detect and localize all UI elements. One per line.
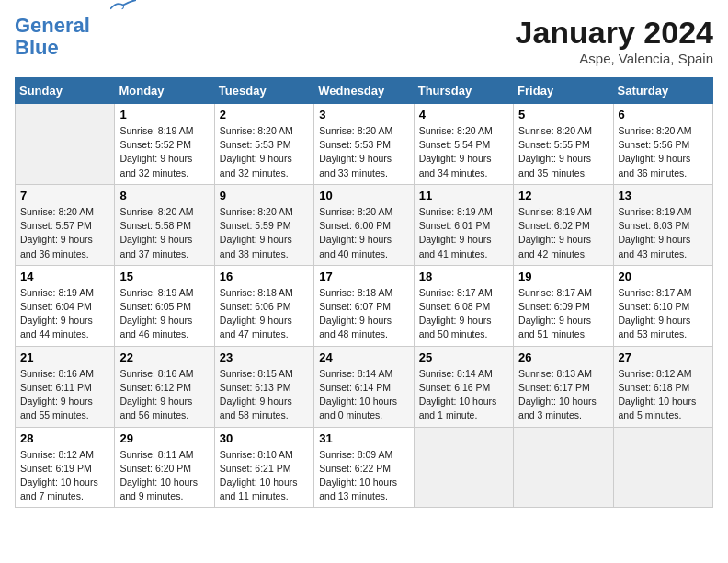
calendar-cell xyxy=(613,427,712,508)
calendar-cell: 10Sunrise: 8:20 AMSunset: 6:00 PMDayligh… xyxy=(314,184,414,265)
calendar-cell: 11Sunrise: 8:19 AMSunset: 6:01 PMDayligh… xyxy=(414,184,513,265)
day-number: 1 xyxy=(119,108,209,121)
day-detail: Sunrise: 8:20 AMSunset: 5:57 PMDaylight:… xyxy=(20,205,109,261)
day-detail: Sunrise: 8:20 AMSunset: 5:56 PMDaylight:… xyxy=(619,124,708,180)
calendar-cell: 19Sunrise: 8:17 AMSunset: 6:09 PMDayligh… xyxy=(514,265,613,346)
day-detail: Sunrise: 8:11 AMSunset: 6:20 PMDaylight:… xyxy=(119,448,209,504)
day-detail: Sunrise: 8:19 AMSunset: 6:05 PMDaylight:… xyxy=(119,286,209,342)
calendar-week-4: 21Sunrise: 8:16 AMSunset: 6:11 PMDayligh… xyxy=(16,346,713,427)
day-detail: Sunrise: 8:20 AMSunset: 5:53 PMDaylight:… xyxy=(220,124,309,180)
weekday-header-friday: Friday xyxy=(514,78,613,104)
month-year-title: January 2024 xyxy=(516,15,714,51)
calendar-cell: 12Sunrise: 8:19 AMSunset: 6:02 PMDayligh… xyxy=(514,184,613,265)
calendar-cell: 30Sunrise: 8:10 AMSunset: 6:21 PMDayligh… xyxy=(214,427,313,508)
calendar-body: 1Sunrise: 8:19 AMSunset: 5:52 PMDaylight… xyxy=(16,104,713,508)
day-number: 24 xyxy=(319,350,408,364)
day-number: 9 xyxy=(220,189,309,202)
day-number: 13 xyxy=(619,189,708,202)
calendar-cell: 27Sunrise: 8:12 AMSunset: 6:18 PMDayligh… xyxy=(613,346,712,427)
day-number: 16 xyxy=(220,270,309,283)
page-header: GeneralBlue January 2024 Aspe, Valencia,… xyxy=(15,15,713,66)
calendar-cell: 16Sunrise: 8:18 AMSunset: 6:06 PMDayligh… xyxy=(214,265,313,346)
day-detail: Sunrise: 8:17 AMSunset: 6:08 PMDaylight:… xyxy=(419,286,508,342)
calendar-week-3: 14Sunrise: 8:19 AMSunset: 6:04 PMDayligh… xyxy=(16,265,713,346)
day-detail: Sunrise: 8:20 AMSunset: 5:59 PMDaylight:… xyxy=(220,205,309,261)
day-detail: Sunrise: 8:12 AMSunset: 6:18 PMDaylight:… xyxy=(619,367,708,423)
day-number: 21 xyxy=(20,350,109,364)
day-number: 7 xyxy=(20,189,109,202)
day-detail: Sunrise: 8:14 AMSunset: 6:16 PMDaylight:… xyxy=(419,367,508,423)
day-detail: Sunrise: 8:19 AMSunset: 6:04 PMDaylight:… xyxy=(20,286,109,342)
weekday-header-row: SundayMondayTuesdayWednesdayThursdayFrid… xyxy=(16,78,713,104)
calendar-cell xyxy=(16,104,115,185)
day-number: 29 xyxy=(119,431,209,445)
calendar-cell: 29Sunrise: 8:11 AMSunset: 6:20 PMDayligh… xyxy=(115,427,214,508)
logo: GeneralBlue xyxy=(15,15,90,59)
calendar-cell: 6Sunrise: 8:20 AMSunset: 5:56 PMDaylight… xyxy=(613,104,712,185)
day-detail: Sunrise: 8:13 AMSunset: 6:17 PMDaylight:… xyxy=(518,367,608,423)
calendar-table: SundayMondayTuesdayWednesdayThursdayFrid… xyxy=(15,77,713,508)
day-number: 26 xyxy=(518,350,608,364)
day-detail: Sunrise: 8:18 AMSunset: 6:07 PMDaylight:… xyxy=(319,286,408,342)
day-detail: Sunrise: 8:19 AMSunset: 6:03 PMDaylight:… xyxy=(619,205,708,261)
logo-text: GeneralBlue xyxy=(15,14,90,59)
location-subtitle: Aspe, Valencia, Spain xyxy=(516,51,714,66)
calendar-cell: 8Sunrise: 8:20 AMSunset: 5:58 PMDaylight… xyxy=(115,184,214,265)
weekday-header-tuesday: Tuesday xyxy=(214,78,313,104)
weekday-header-sunday: Sunday xyxy=(16,78,115,104)
calendar-cell: 13Sunrise: 8:19 AMSunset: 6:03 PMDayligh… xyxy=(613,184,712,265)
day-detail: Sunrise: 8:16 AMSunset: 6:11 PMDaylight:… xyxy=(20,367,109,423)
day-detail: Sunrise: 8:10 AMSunset: 6:21 PMDaylight:… xyxy=(220,448,309,504)
title-block: January 2024 Aspe, Valencia, Spain xyxy=(516,15,714,66)
logo-bird-icon xyxy=(110,0,136,15)
day-number: 12 xyxy=(518,189,608,202)
day-number: 27 xyxy=(619,350,708,364)
calendar-cell: 14Sunrise: 8:19 AMSunset: 6:04 PMDayligh… xyxy=(16,265,115,346)
day-number: 5 xyxy=(518,108,608,121)
calendar-cell xyxy=(414,427,513,508)
calendar-cell: 28Sunrise: 8:12 AMSunset: 6:19 PMDayligh… xyxy=(16,427,115,508)
day-detail: Sunrise: 8:20 AMSunset: 5:53 PMDaylight:… xyxy=(319,124,408,180)
day-detail: Sunrise: 8:18 AMSunset: 6:06 PMDaylight:… xyxy=(220,286,309,342)
day-detail: Sunrise: 8:20 AMSunset: 5:58 PMDaylight:… xyxy=(119,205,209,261)
weekday-header-wednesday: Wednesday xyxy=(314,78,414,104)
day-number: 6 xyxy=(619,108,708,121)
day-detail: Sunrise: 8:16 AMSunset: 6:12 PMDaylight:… xyxy=(119,367,209,423)
day-number: 10 xyxy=(319,189,408,202)
day-number: 25 xyxy=(419,350,508,364)
day-number: 19 xyxy=(518,270,608,283)
day-number: 17 xyxy=(319,270,408,283)
calendar-cell: 24Sunrise: 8:14 AMSunset: 6:14 PMDayligh… xyxy=(314,346,414,427)
weekday-header-saturday: Saturday xyxy=(613,78,712,104)
day-number: 18 xyxy=(419,270,508,283)
weekday-header-thursday: Thursday xyxy=(414,78,513,104)
calendar-cell: 18Sunrise: 8:17 AMSunset: 6:08 PMDayligh… xyxy=(414,265,513,346)
calendar-cell: 26Sunrise: 8:13 AMSunset: 6:17 PMDayligh… xyxy=(514,346,613,427)
calendar-cell: 23Sunrise: 8:15 AMSunset: 6:13 PMDayligh… xyxy=(214,346,313,427)
calendar-week-1: 1Sunrise: 8:19 AMSunset: 5:52 PMDaylight… xyxy=(16,104,713,185)
calendar-cell: 4Sunrise: 8:20 AMSunset: 5:54 PMDaylight… xyxy=(414,104,513,185)
day-detail: Sunrise: 8:17 AMSunset: 6:09 PMDaylight:… xyxy=(518,286,608,342)
day-detail: Sunrise: 8:12 AMSunset: 6:19 PMDaylight:… xyxy=(20,448,109,504)
day-detail: Sunrise: 8:20 AMSunset: 5:55 PMDaylight:… xyxy=(518,124,608,180)
day-detail: Sunrise: 8:19 AMSunset: 6:01 PMDaylight:… xyxy=(419,205,508,261)
calendar-cell: 9Sunrise: 8:20 AMSunset: 5:59 PMDaylight… xyxy=(214,184,313,265)
day-detail: Sunrise: 8:20 AMSunset: 5:54 PMDaylight:… xyxy=(419,124,508,180)
calendar-cell: 17Sunrise: 8:18 AMSunset: 6:07 PMDayligh… xyxy=(314,265,414,346)
day-number: 3 xyxy=(319,108,408,121)
day-detail: Sunrise: 8:19 AMSunset: 5:52 PMDaylight:… xyxy=(119,124,209,180)
calendar-cell: 21Sunrise: 8:16 AMSunset: 6:11 PMDayligh… xyxy=(16,346,115,427)
calendar-cell: 7Sunrise: 8:20 AMSunset: 5:57 PMDaylight… xyxy=(16,184,115,265)
calendar-cell: 15Sunrise: 8:19 AMSunset: 6:05 PMDayligh… xyxy=(115,265,214,346)
day-detail: Sunrise: 8:20 AMSunset: 6:00 PMDaylight:… xyxy=(319,205,408,261)
day-number: 22 xyxy=(119,350,209,364)
day-number: 23 xyxy=(220,350,309,364)
day-number: 14 xyxy=(20,270,109,283)
day-number: 15 xyxy=(119,270,209,283)
calendar-week-2: 7Sunrise: 8:20 AMSunset: 5:57 PMDaylight… xyxy=(16,184,713,265)
day-detail: Sunrise: 8:09 AMSunset: 6:22 PMDaylight:… xyxy=(319,448,408,504)
calendar-cell: 2Sunrise: 8:20 AMSunset: 5:53 PMDaylight… xyxy=(214,104,313,185)
calendar-cell: 31Sunrise: 8:09 AMSunset: 6:22 PMDayligh… xyxy=(314,427,414,508)
calendar-cell: 1Sunrise: 8:19 AMSunset: 5:52 PMDaylight… xyxy=(115,104,214,185)
day-number: 28 xyxy=(20,431,109,445)
